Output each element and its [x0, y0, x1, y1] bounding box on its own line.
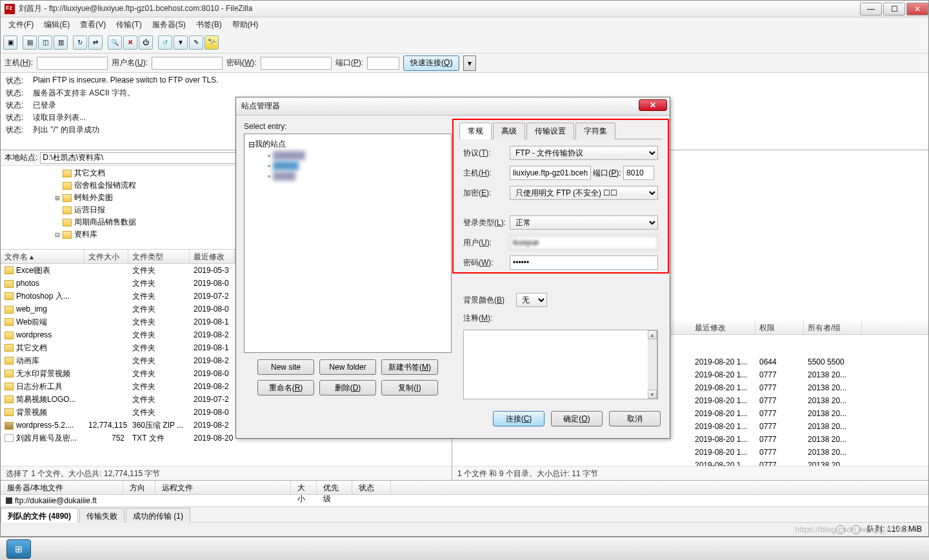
host-input[interactable]: [510, 166, 591, 180]
dialog-title: 站点管理器: [241, 101, 280, 112]
queue-row[interactable]: ftp://dukaiiie@dukaiiie.ft: [1, 495, 928, 506]
column-header[interactable]: 权限: [755, 321, 804, 334]
menu-view[interactable]: 查看(V): [75, 18, 111, 32]
list-item[interactable]: 2019-08-20 1...06445500 5500: [691, 355, 928, 368]
toggle-tree-icon[interactable]: ◫: [38, 35, 52, 50]
list-item[interactable]: 2019-08-20 1...077720138 20...: [691, 368, 928, 381]
compare-icon[interactable]: ⇄: [88, 35, 103, 50]
tab-failed[interactable]: 传输失败: [79, 508, 125, 523]
server-icon: [6, 497, 12, 504]
close-button[interactable]: ✕: [906, 3, 928, 15]
select-entry-label: Select entry:: [244, 122, 452, 131]
user-input[interactable]: [510, 235, 658, 250]
proto-select[interactable]: FTP - 文件传输协议: [510, 146, 658, 160]
logon-select[interactable]: 正常: [510, 215, 658, 230]
tab-advanced[interactable]: 高级: [493, 123, 525, 139]
maximize-button[interactable]: ☐: [883, 3, 905, 15]
disconnect-icon[interactable]: ⏻: [139, 35, 153, 50]
watermark: https://blog.csdn.net/qq_42453: [795, 525, 910, 534]
column-header[interactable]: 文件大小: [85, 250, 128, 263]
qc-pass-label: 密码(W):: [226, 57, 257, 68]
queue-header: 服务器/本地文件 方向 远程文件 大小 优先级 状态: [1, 481, 928, 495]
menu-help[interactable]: 帮助(H): [227, 18, 264, 32]
port-label: 端口(P):: [593, 168, 621, 179]
dialog-tabs: 常规 高级 传输设置 字符集: [459, 122, 662, 139]
tab-general[interactable]: 常规: [459, 123, 492, 139]
qc-port-label: 端口(P):: [335, 57, 363, 68]
server-icon: ▫: [268, 172, 270, 181]
sitemanager-icon[interactable]: ▣: [3, 35, 17, 50]
tab-charset[interactable]: 字符集: [575, 123, 615, 139]
menu-file[interactable]: 文件(F): [3, 18, 39, 32]
window-title: 刘茜月 - ftp://liuxiyue@liuxiyue.ftp-gz01.b…: [19, 3, 859, 14]
connect-button[interactable]: 连接(C): [493, 411, 544, 426]
ok-button[interactable]: 确定(O): [551, 411, 603, 426]
new-bookmark-button[interactable]: 新建书签(M): [381, 359, 438, 375]
list-item[interactable]: 2019-08-20 1...077720138 20...: [691, 394, 928, 407]
delete-button[interactable]: 删除(D): [319, 380, 376, 395]
column-header[interactable]: 所有者/组: [804, 321, 862, 334]
enc-label: 加密(E):: [463, 188, 510, 199]
pass-input[interactable]: [510, 255, 658, 270]
list-item[interactable]: 2019-08-20 1...077720138 20...: [691, 407, 928, 420]
filezilla-icon: [5, 4, 15, 14]
qc-host-input[interactable]: [37, 57, 108, 70]
start-button[interactable]: ⊞: [6, 539, 31, 559]
server-icon: ▫: [268, 151, 270, 160]
list-item[interactable]: 2019-08-20 1...077720138 20...: [691, 446, 928, 459]
toolbar: ▣ ▤ ◫ ▥ ↻ ⇄ 🔍 ✖ ⏻ ↺ ▼ ✎ 🔭: [1, 32, 928, 54]
binoc-icon[interactable]: 🔭: [205, 35, 219, 50]
column-header[interactable]: 最近修改: [190, 250, 235, 263]
cancel-button[interactable]: 取消: [609, 411, 661, 426]
qc-pass-input[interactable]: [261, 57, 332, 70]
enc-select[interactable]: 只使用明文 FTP (不安全) ☐☐: [510, 186, 658, 200]
scrollbar[interactable]: ▴▾: [648, 330, 657, 399]
menubar: 文件(F) 编辑(E) 查看(V) 传输(T) 服务器(S) 书签(B) 帮助(…: [1, 17, 928, 32]
site-tree[interactable]: ⊟我的站点 ▫ ▫ ▫: [244, 134, 452, 353]
quick-connect-button[interactable]: 快速连接(Q): [403, 55, 459, 71]
toggle-log-icon[interactable]: ▤: [23, 35, 37, 50]
rename-button[interactable]: 重命名(R): [257, 380, 314, 395]
bg-select[interactable]: 无: [516, 293, 547, 307]
minimize-button[interactable]: —: [860, 3, 882, 15]
edit-icon[interactable]: ✎: [189, 35, 203, 50]
pass-label: 密码(W):: [463, 257, 510, 268]
port-input[interactable]: [623, 166, 654, 180]
bg-label: 背景颜色(B): [463, 295, 516, 306]
tab-transfer[interactable]: 传输设置: [526, 123, 574, 139]
new-site-button[interactable]: New site: [257, 359, 314, 375]
copy-button[interactable]: 复制(I): [381, 380, 438, 395]
cancel-icon[interactable]: ✖: [123, 35, 137, 50]
local-path-label: 本地站点:: [5, 152, 37, 163]
list-item[interactable]: 2019-08-20 1...077720138 20...: [691, 420, 928, 433]
dialog-close-button[interactable]: ✕: [639, 99, 667, 111]
sync-icon[interactable]: ↻: [73, 35, 87, 50]
menu-server[interactable]: 服务器(S): [147, 18, 191, 32]
column-header[interactable]: 最近修改: [691, 321, 755, 334]
menu-edit[interactable]: 编辑(E): [39, 18, 75, 32]
menu-transfer[interactable]: 传输(T): [111, 18, 146, 32]
local-status: 选择了 1 个文件。大小总共: 12,774,115 字节: [1, 466, 452, 480]
list-item[interactable]: 2019-08-20 1...077720138 20...: [691, 381, 928, 394]
site-buttons: New site New folder 新建书签(M) 重命名(R) 删除(D)…: [244, 353, 452, 402]
list-item[interactable]: 2019-08-20 1...077720138 20...: [691, 433, 928, 446]
menu-bookmarks[interactable]: 书签(B): [191, 18, 227, 32]
general-form: 协议(T):FTP - 文件传输协议 主机(H): 端口(P): 加密(E):只…: [459, 139, 662, 406]
comment-textarea[interactable]: [463, 330, 657, 399]
reconnect-icon[interactable]: ↺: [158, 35, 172, 50]
filter-icon[interactable]: ▼: [174, 35, 188, 50]
find-icon[interactable]: 🔍: [108, 35, 122, 50]
list-item[interactable]: 2019-08-20 1...077720138 20...: [691, 459, 928, 466]
column-header[interactable]: 文件类型: [128, 250, 190, 263]
remote-status: 1 个文件 和 9 个目录。大小总计: 11 字节: [452, 466, 928, 480]
column-header[interactable]: 文件名 ▴: [1, 250, 85, 263]
toggle-queue-icon[interactable]: ▥: [54, 35, 68, 50]
tab-queued[interactable]: 列队的文件 (4890): [1, 508, 78, 523]
qc-port-input[interactable]: [367, 57, 399, 70]
tab-success[interactable]: 成功的传输 (1): [126, 508, 190, 523]
bottom-statusbar: 队列: 110.8 MiB: [1, 522, 928, 536]
new-folder-button[interactable]: New folder: [319, 359, 376, 375]
qc-user-input[interactable]: [152, 57, 223, 70]
quick-connect-dropdown[interactable]: ▾: [463, 55, 476, 71]
taskbar: ⊞: [0, 537, 929, 560]
